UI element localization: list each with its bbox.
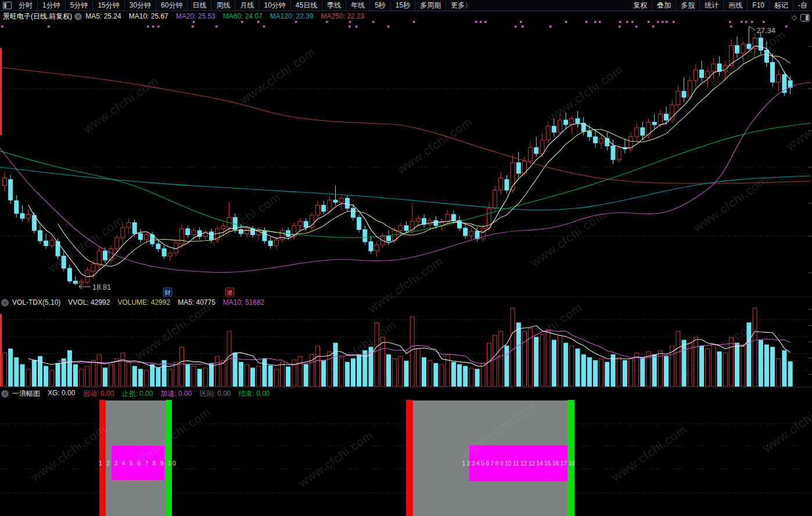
candle-body (67, 268, 71, 281)
volume-bar (156, 368, 160, 387)
candle-body (611, 146, 615, 160)
volume-bar (546, 330, 550, 387)
volume-bar (115, 359, 119, 387)
candle-body (263, 230, 267, 241)
menu-item-15秒[interactable]: 15秒 (390, 1, 415, 10)
candle-body (351, 208, 355, 218)
candle-body (168, 253, 172, 256)
low-price-label: 18.81 (92, 283, 112, 291)
volume-bar (493, 335, 497, 387)
menu-item-多股[interactable]: 多股 (676, 1, 699, 10)
volume-bar (706, 349, 710, 387)
sub-labels: XG: 0.00启动: 0.00止损: 0.00加速: 0.00区间: 0.00… (48, 389, 278, 399)
volume-bar (393, 359, 397, 387)
volume-bar (186, 365, 190, 387)
volume-bar (263, 359, 267, 387)
menu-item-5秒[interactable]: 5秒 (369, 1, 390, 10)
volume-bar (345, 362, 349, 387)
menu-item-多周期[interactable]: 多周期 (415, 1, 445, 10)
stock-title: 景旺电子(日线.前复权) (3, 12, 72, 21)
menu-item-复权[interactable]: 复权 (628, 1, 652, 10)
menu-item-叠加[interactable]: 叠加 (652, 1, 676, 10)
menu-item-统计[interactable]: 统计 (699, 1, 723, 10)
collapse-volume-icon[interactable]: ∨ (1, 299, 9, 306)
volume-bar (717, 352, 721, 387)
volume-bar (3, 353, 7, 387)
candle-body (516, 163, 520, 173)
menu-item--自[interactable]: -自 (793, 1, 812, 10)
volume-bar (594, 360, 598, 387)
volume-bar (505, 346, 509, 387)
sub-label-启动: 启动: 0.00 (82, 389, 114, 399)
volume-bar (558, 335, 562, 387)
volume-bar (771, 347, 775, 387)
volume-bar (50, 370, 54, 387)
candle-body (564, 120, 568, 125)
menu-item-分时[interactable]: 分时 (14, 1, 37, 10)
menu-item-15分钟[interactable]: 15分钟 (92, 1, 124, 10)
menu-item-季线[interactable]: 季线 (322, 1, 346, 10)
menu-item-年线[interactable]: 年线 (346, 1, 369, 10)
signal-dot (515, 26, 517, 28)
menu-item-画线[interactable]: 画线 (723, 1, 747, 10)
watermark-text: www.cfchi.com (783, 91, 812, 153)
menu-item-1分钟[interactable]: 1分钟 (37, 1, 65, 10)
volume-header-row: ∨ VOL-TDX(5,10) VVOL: 42992VOLUME: 42992… (0, 297, 272, 308)
volume-bar (404, 361, 408, 387)
candle-body (469, 231, 473, 236)
menu-item-周线[interactable]: 周线 (211, 1, 235, 10)
candle-body (398, 226, 403, 230)
signal-dot (152, 26, 155, 28)
collapse-sub-icon[interactable]: ∨ (1, 390, 9, 398)
diamond-icon[interactable]: ◇ (792, 13, 797, 21)
menu-item-45日线[interactable]: 45日线 (290, 1, 322, 10)
volume-bar (357, 355, 361, 387)
menu-item-日线[interactable]: 日线 (187, 1, 211, 10)
signal-dot (263, 26, 265, 28)
candle-body (652, 122, 656, 125)
candle-body (80, 282, 84, 283)
candle-body (587, 131, 591, 136)
low-arrow-head (79, 287, 82, 289)
candle-body (192, 230, 196, 234)
window-icon[interactable] (3, 2, 12, 9)
volume-bar (753, 308, 757, 387)
badge-text: 港 (227, 289, 233, 296)
tools-menu: 复权叠加多股统计画线F10标记-自 (628, 1, 812, 10)
window-split-icon[interactable] (800, 14, 810, 21)
collapse-main-icon[interactable]: ∨ (74, 13, 82, 20)
menu-item-30分钟[interactable]: 30分钟 (124, 1, 156, 10)
candle-body (416, 218, 420, 221)
volume-bar (387, 355, 391, 387)
candle-body (445, 214, 450, 221)
volume-bar (617, 358, 621, 387)
volume-bar (777, 359, 781, 387)
badge-text: 财 (164, 289, 171, 296)
volume-bar (458, 365, 462, 387)
candle-body (764, 50, 768, 62)
candle-body (74, 281, 78, 283)
chart-canvas[interactable]: www.cfchi.comwww.cfchi.comwww.cfchi.comw… (0, 0, 812, 516)
candle-body (771, 62, 775, 82)
candle-body (316, 205, 320, 215)
volume-bar (682, 340, 686, 387)
watermark-text: www.cfchi.com (760, 393, 812, 455)
signal-dot (657, 21, 659, 23)
candle-body (735, 46, 739, 53)
menu-item-F10[interactable]: F10 (747, 1, 769, 10)
volume-bar (333, 343, 337, 387)
volume-bar (410, 317, 414, 387)
candle-body (91, 264, 95, 272)
menu-item-10分钟[interactable]: 10分钟 (258, 1, 290, 10)
menu-item-月线[interactable]: 月线 (235, 1, 258, 10)
menu-item-60分钟[interactable]: 60分钟 (156, 1, 187, 10)
menu-item-5分钟[interactable]: 5分钟 (65, 1, 93, 10)
candle-body (546, 126, 550, 140)
menu-item-标记[interactable]: 标记 (769, 1, 793, 10)
candle-body (62, 256, 66, 268)
menu-item-更多〉[interactable]: 更多〉 (445, 1, 476, 10)
vol-label-MA10: MA10: 51682 (223, 298, 264, 306)
ma-labels: MA5: 25.24MA10: 25.67MA20: 25.53MA60: 24… (85, 12, 372, 20)
volume-bar (121, 353, 125, 387)
volume-bar (145, 370, 149, 387)
